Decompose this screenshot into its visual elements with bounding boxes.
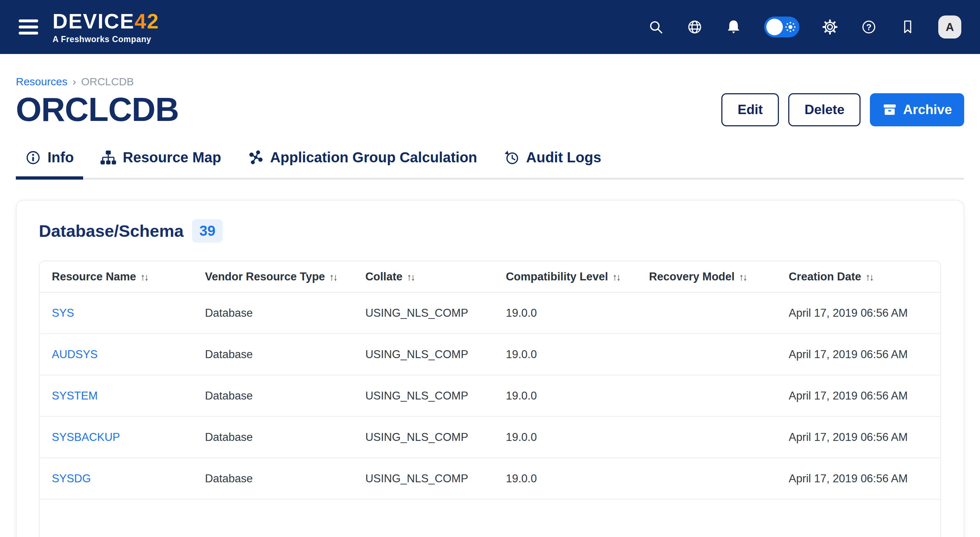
info-circle-icon xyxy=(25,150,41,166)
brand-logo[interactable]: DEVICE42 A Freshworks Company xyxy=(52,11,159,43)
tab-audit-logs[interactable]: Audit Logs xyxy=(494,147,611,178)
search-icon[interactable] xyxy=(648,19,664,35)
table-row: SYSBACKUP Database USING_NLS_COMP 19.0.0… xyxy=(40,416,940,458)
breadcrumb-separator: › xyxy=(72,76,76,88)
sort-icon[interactable]: ↑↓ xyxy=(865,272,873,282)
archive-button-label: Archive xyxy=(903,102,952,117)
toggle-knob xyxy=(766,19,783,35)
archive-button[interactable]: Archive xyxy=(870,93,964,126)
table-row-partial xyxy=(40,499,940,537)
column-header-collate[interactable]: Collate↑↓ xyxy=(353,261,493,292)
tab-bar: Info Resource Map xyxy=(16,147,964,180)
page-actions: Edit Delete Archive xyxy=(721,93,964,126)
resource-link[interactable]: SYSTEM xyxy=(40,375,193,416)
resource-link[interactable]: SYSDG xyxy=(40,458,193,499)
column-header-creation-date[interactable]: Creation Date↑↓ xyxy=(776,261,940,292)
archive-box-icon xyxy=(882,102,897,117)
resources-table: Resource Name↑↓ Vendor Resource Type↑↓ C… xyxy=(39,261,941,537)
table-row: SYS Database USING_NLS_COMP 19.0.0 April… xyxy=(40,292,940,334)
database-schema-card: Database/Schema 39 Resource Name↑↓ Vendo… xyxy=(16,200,964,537)
theme-toggle[interactable] xyxy=(764,17,799,37)
top-navbar: DEVICE42 A Freshworks Company xyxy=(0,0,980,54)
svg-text:?: ? xyxy=(866,22,872,32)
help-icon[interactable]: ? xyxy=(861,19,877,35)
delete-button[interactable]: Delete xyxy=(788,93,861,126)
column-header-resource-name[interactable]: Resource Name↑↓ xyxy=(40,261,193,292)
bookmark-icon[interactable] xyxy=(899,19,916,35)
resource-link[interactable]: SYS xyxy=(40,292,193,334)
page-title: ORCLCDB xyxy=(16,91,179,129)
table-row: SYSDG Database USING_NLS_COMP 19.0.0 Apr… xyxy=(40,458,940,499)
sort-icon[interactable]: ↑↓ xyxy=(140,272,148,282)
tab-info[interactable]: Info xyxy=(16,147,83,178)
card-title: Database/Schema xyxy=(39,221,183,241)
globe-icon[interactable] xyxy=(686,19,703,35)
column-header-compatibility-level[interactable]: Compatibility Level↑↓ xyxy=(493,261,637,292)
count-badge: 39 xyxy=(192,219,223,242)
resource-link[interactable]: SYSBACKUP xyxy=(40,416,193,458)
breadcrumb: Resources › ORCLCDB xyxy=(16,76,964,88)
sort-icon[interactable]: ↑↓ xyxy=(407,272,414,282)
history-icon xyxy=(504,150,520,166)
brand-accent: 42 xyxy=(135,10,159,33)
sort-icon[interactable]: ↑↓ xyxy=(329,272,337,282)
breadcrumb-current: ORCLCDB xyxy=(81,76,134,88)
user-avatar[interactable]: A xyxy=(938,16,961,38)
column-header-recovery-model[interactable]: Recovery Model↑↓ xyxy=(637,261,776,292)
column-header-vendor-resource-type[interactable]: Vendor Resource Type↑↓ xyxy=(193,261,353,292)
molecule-icon xyxy=(248,150,264,166)
breadcrumb-resources-link[interactable]: Resources xyxy=(16,76,67,88)
sort-icon[interactable]: ↑↓ xyxy=(612,272,620,282)
table-header-row: Resource Name↑↓ Vendor Resource Type↑↓ C… xyxy=(40,261,940,292)
sort-icon[interactable]: ↑↓ xyxy=(739,272,746,282)
table-row: AUDSYS Database USING_NLS_COMP 19.0.0 Ap… xyxy=(40,334,940,375)
menu-icon[interactable] xyxy=(19,17,38,37)
brand-subtitle: A Freshworks Company xyxy=(52,35,159,43)
sun-icon xyxy=(785,22,796,32)
tab-application-group-calculation[interactable]: Application Group Calculation xyxy=(239,147,487,178)
resource-link[interactable]: AUDSYS xyxy=(40,334,193,375)
edit-button[interactable]: Edit xyxy=(721,93,779,126)
sitemap-icon xyxy=(100,150,116,166)
table-row: SYSTEM Database USING_NLS_COMP 19.0.0 Ap… xyxy=(40,375,940,416)
tab-resource-map[interactable]: Resource Map xyxy=(91,147,230,178)
brand-name: DEVICE42 xyxy=(52,11,159,32)
notifications-bell-icon[interactable] xyxy=(725,19,742,35)
gear-icon[interactable] xyxy=(822,19,838,35)
